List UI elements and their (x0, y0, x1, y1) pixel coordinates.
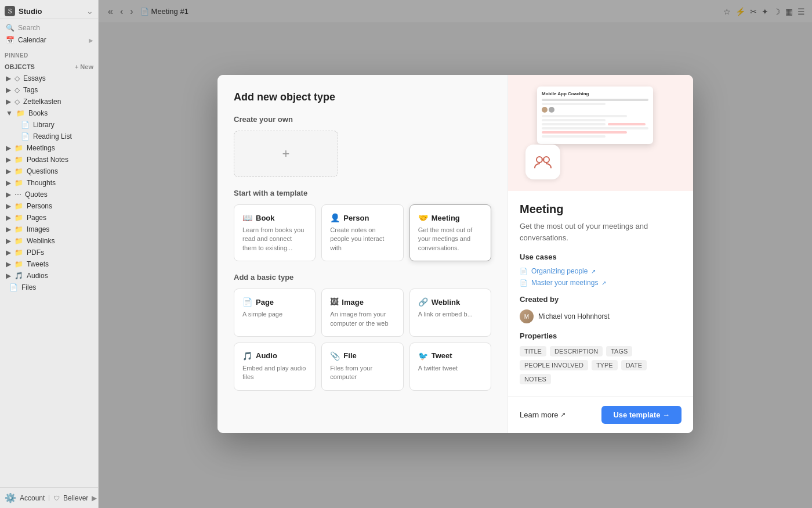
gear-icon[interactable]: ⚙️ (5, 492, 16, 503)
sidebar-item-zettelkasten[interactable]: ▶ ◇ Zettelkasten (0, 96, 98, 107)
modal-overlay[interactable]: Add new object type Create your own + St… (99, 0, 812, 508)
basic-card-weblink[interactable]: 🔗 Weblink A link or embed b... (409, 289, 491, 337)
expand-icon: ▶ (6, 74, 11, 82)
doc-icon: 📄 (520, 268, 528, 275)
use-case-item-1[interactable]: 📄 Master your meetings ↗ (520, 279, 682, 287)
reading-list-label: Reading List (33, 132, 72, 140)
basic-card-file[interactable]: 📎 File Files from your computer (321, 343, 403, 391)
expand-icon: ▶ (6, 190, 11, 199)
podcast-icon: 📁 (14, 156, 23, 164)
preview-screenshot: Mobile App Coaching (537, 87, 653, 144)
doc-icon-1: 📄 (520, 279, 528, 287)
image-card-icon: 🖼 (330, 297, 338, 307)
shield-icon: 🛡 (53, 495, 60, 502)
believer-button[interactable]: Believer (63, 494, 88, 502)
search-button[interactable]: 🔍 Search (0, 21, 98, 34)
chevron-right-icon[interactable]: ▶ (92, 494, 97, 502)
expand-icon: ▶ (6, 225, 11, 233)
sidebar-item-thoughts[interactable]: ▶ 📁 Thoughts (0, 177, 98, 189)
page-card-label: Page (256, 298, 274, 307)
calendar-label: Calendar (18, 36, 46, 44)
weblinks-icon: 📁 (14, 237, 23, 245)
use-cases-list: 📄 Organizing people ↗ 📄 Master your meet… (520, 267, 682, 287)
expand-icon: ▶ (6, 214, 11, 222)
sidebar-item-essays[interactable]: ▶ ◇ Essays (0, 73, 98, 84)
properties-heading: Properties (520, 332, 682, 340)
sidebar-item-calendar[interactable]: 📅 Calendar ▶ (0, 34, 98, 46)
app-title: Studio (19, 7, 42, 16)
basic-types-grid: 📄 Page A simple page 🖼 Image An image fr… (234, 289, 491, 391)
zettelkasten-icon: ◇ (14, 98, 20, 106)
calendar-icon: 📅 (6, 36, 14, 44)
sidebar-item-tweets[interactable]: ▶ 📁 Tweets (0, 258, 98, 270)
use-case-label-1: Master your meetings (531, 279, 598, 287)
books-icon: 📁 (16, 109, 25, 117)
books-label: Books (28, 109, 48, 117)
sidebar-item-books[interactable]: ▼ 📁 Books (0, 107, 98, 119)
sidebar-item-files[interactable]: 📄 Files (0, 282, 98, 293)
objects-header: OBJECTS + New (0, 61, 98, 73)
audio-card-icon: 🎵 (242, 351, 252, 361)
sidebar-bottom: ⚙️ Account | 🛡 Believer ▶ (0, 487, 98, 508)
tweet-card-icon: 🐦 (418, 351, 428, 361)
image-card-label: Image (342, 298, 364, 307)
main-area: « ‹ › 📄 Meeting #1 ☆ ⚡ ✂ ✦ ☽ ▦ ☰ Add new… (99, 0, 812, 508)
questions-label: Questions (27, 167, 58, 175)
tags-label: Tags (23, 86, 38, 94)
sidebar-header: S Studio ⌄ (0, 0, 98, 19)
template-card-meeting[interactable]: 🤝 Meeting Get the most out of your meeti… (409, 204, 491, 261)
prop-tags: TAGS (606, 346, 632, 356)
template-grid: 📖 Book Learn from books you read and con… (234, 204, 491, 261)
pinned-label: PINNED (5, 52, 28, 59)
external-link-icon-1: ↗ (601, 280, 606, 286)
use-template-label: Use template → (613, 410, 670, 419)
sidebar: S Studio ⌄ 🔍 Search 📅 Calendar ▶ PINNED … (0, 0, 99, 508)
use-template-button[interactable]: Use template → (601, 406, 682, 424)
sidebar-item-podcast-notes[interactable]: ▶ 📁 Podast Notes (0, 154, 98, 165)
page-card-icon: 📄 (242, 297, 252, 307)
chevron-down-icon[interactable]: ⌄ (86, 6, 93, 16)
sidebar-item-pdfs[interactable]: ▶ 📁 PDFs (0, 247, 98, 258)
new-object-button[interactable]: + New (75, 63, 93, 70)
sidebar-item-tags[interactable]: ▶ ◇ Tags (0, 84, 98, 96)
sidebar-item-library[interactable]: 📄 Library (0, 119, 98, 131)
create-own-card[interactable]: + (234, 131, 338, 177)
sidebar-item-audios[interactable]: ▶ 🎵 Audios (0, 270, 98, 282)
template-card-book[interactable]: 📖 Book Learn from books you read and con… (234, 204, 316, 261)
template-card-person[interactable]: 👤 Person Create notes on people you inte… (321, 204, 403, 261)
persons-label: Persons (27, 202, 52, 210)
basic-card-audio[interactable]: 🎵 Audio Embed and play audio files (234, 343, 316, 391)
use-case-item-0[interactable]: 📄 Organizing people ↗ (520, 267, 682, 275)
basic-card-page[interactable]: 📄 Page A simple page (234, 289, 316, 337)
sidebar-item-images[interactable]: ▶ 📁 Images (0, 224, 98, 235)
expand-icon: ▶ (6, 272, 11, 280)
podcast-notes-label: Podast Notes (27, 156, 68, 164)
essays-icon: ◇ (14, 74, 20, 82)
sidebar-item-questions[interactable]: ▶ 📁 Questions (0, 165, 98, 177)
sidebar-item-pages[interactable]: ▶ 📁 Pages (0, 212, 98, 224)
page-icon: 📄 (21, 132, 30, 140)
sidebar-item-weblinks[interactable]: ▶ 📁 Weblinks (0, 235, 98, 247)
files-label: Files (21, 283, 36, 291)
account-button[interactable]: Account (20, 494, 45, 502)
audios-icon: 🎵 (14, 272, 23, 280)
pdfs-label: PDFs (27, 248, 44, 257)
tweet-card-label: Tweet (432, 351, 452, 360)
prop-notes: NOTES (520, 374, 551, 384)
person-icon: 👤 (330, 213, 340, 222)
sidebar-item-reading-list[interactable]: 📄 Reading List (0, 131, 98, 142)
sidebar-item-quotes[interactable]: ▶ ⋯ Quotes (0, 189, 98, 200)
basic-card-image[interactable]: 🖼 Image An image from your computer or t… (321, 289, 403, 337)
properties-tags: TITLE DESCRIPTION TAGS PEOPLE INVOLVED T… (520, 346, 682, 384)
meetings-icon: 📁 (14, 144, 23, 152)
sidebar-item-meetings[interactable]: ▶ 📁 Meetings (0, 142, 98, 154)
basic-card-tweet[interactable]: 🐦 Tweet A twitter tweet (409, 343, 491, 391)
search-icon: 🔍 (6, 24, 14, 32)
expand-icon: ▶ (6, 167, 11, 175)
create-own-heading: Create your own (234, 115, 491, 124)
sidebar-item-persons[interactable]: ▶ 📁 Persons (0, 200, 98, 212)
learn-more-button[interactable]: Learn more ↗ (520, 410, 566, 419)
modal-title: Add new object type (234, 91, 491, 103)
modal-left-panel: Add new object type Create your own + St… (217, 75, 507, 433)
library-label: Library (33, 121, 55, 129)
